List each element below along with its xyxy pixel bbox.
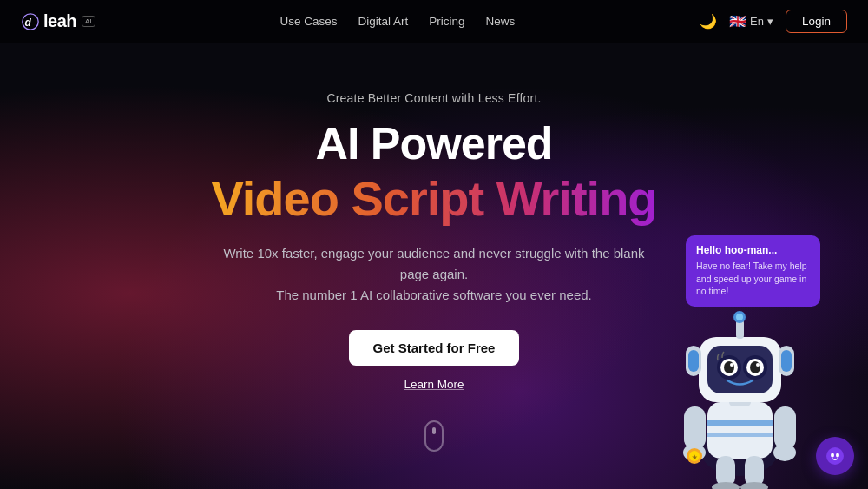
svg-point-33: [712, 482, 740, 489]
svg-point-35: [826, 447, 844, 465]
nav-right: 🌙 🇬🇧 En ▾ Login: [700, 10, 847, 33]
svg-rect-7: [774, 406, 796, 450]
dark-mode-toggle[interactable]: 🌙: [700, 13, 717, 30]
flag-icon: 🇬🇧: [729, 13, 746, 30]
svg-text:★: ★: [692, 454, 698, 460]
robot-illustration: ★: [660, 298, 820, 489]
nav-link-digital-art[interactable]: Digital Art: [358, 15, 408, 28]
hero-description: Write 10x faster, engage your audience a…: [208, 243, 660, 306]
language-label: En: [750, 15, 764, 28]
learn-more-link[interactable]: Learn More: [404, 378, 464, 391]
nav-link-pricing[interactable]: Pricing: [429, 15, 464, 28]
svg-rect-31: [716, 456, 735, 486]
svg-point-22: [724, 361, 734, 373]
chat-bubble: Hello hoo-man... Have no fear! Take my h…: [686, 235, 820, 307]
svg-rect-5: [707, 433, 773, 437]
svg-rect-32: [745, 456, 764, 486]
language-selector[interactable]: 🇬🇧 En ▾: [729, 13, 773, 30]
hero-title-white: AI Powered: [315, 119, 552, 169]
svg-rect-3: [707, 402, 773, 459]
svg-point-9: [773, 444, 796, 461]
logo: d leah AI: [21, 11, 95, 31]
svg-point-26: [750, 361, 760, 373]
svg-rect-6: [684, 406, 706, 450]
svg-rect-18: [781, 350, 792, 372]
login-button[interactable]: Login: [786, 10, 847, 33]
chat-bubble-title: Hello hoo-man...: [696, 244, 810, 256]
svg-point-36: [831, 453, 834, 458]
chat-bubble-text: Have no fear! Take my help and speed up …: [696, 260, 810, 298]
scroll-indicator: [424, 420, 444, 452]
logo-text: leah: [43, 11, 76, 31]
svg-rect-4: [707, 420, 773, 426]
logo-icon: d: [21, 12, 40, 31]
get-started-button[interactable]: Get Started for Free: [349, 330, 520, 366]
hero-title-gradient: Video Script Writing: [211, 172, 656, 226]
svg-point-37: [836, 453, 839, 458]
svg-point-34: [740, 482, 768, 489]
scroll-dot: [432, 427, 436, 434]
nav-link-news[interactable]: News: [485, 15, 515, 28]
svg-point-30: [736, 314, 743, 320]
svg-point-27: [756, 363, 760, 367]
svg-rect-17: [688, 350, 699, 372]
nav-links: Use Cases Digital Art Pricing News: [279, 15, 515, 28]
robot-svg: ★: [660, 298, 820, 489]
logo-badge: AI: [82, 16, 95, 27]
svg-point-23: [730, 363, 733, 367]
chatbot-fab-icon: [825, 446, 845, 466]
chevron-down-icon: ▾: [767, 15, 773, 28]
hero-subtitle: Create Better Content with Less Effort.: [326, 91, 541, 105]
nav-link-use-cases[interactable]: Use Cases: [279, 15, 337, 28]
svg-text:d: d: [25, 16, 32, 28]
chatbot-fab[interactable]: [816, 437, 854, 475]
navbar: d leah AI Use Cases Digital Art Pricing …: [0, 0, 868, 43]
